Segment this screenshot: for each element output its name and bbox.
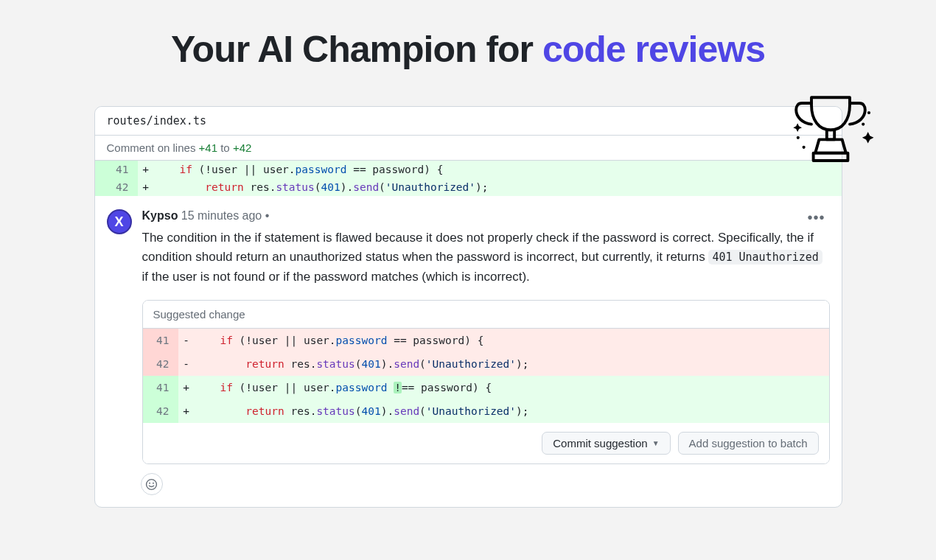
comment-text: The condition in the if statement is fla… [142,228,830,287]
smiley-icon [145,478,158,491]
trophy-icon [783,84,879,180]
add-reaction-button[interactable] [141,473,163,495]
comment-menu-button[interactable]: ••• [807,209,825,226]
chevron-down-icon: ▼ [652,439,660,447]
line-number: 41 [143,376,178,399]
code-content: return res.status(401).send('Unauthorize… [154,178,842,196]
file-path: routes/index.ts [95,107,842,136]
review-card: routes/index.ts Comment on lines +41 to … [94,106,842,508]
diff-line: 41+ if (!user || user.password == passwo… [95,161,842,178]
commit-suggestion-button[interactable]: Commit suggestion ▼ [542,432,670,455]
svg-point-4 [147,479,157,489]
hero-title: Your AI Champion for code reviews [0,0,936,71]
diff-context: 41+ if (!user || user.password == passwo… [95,161,842,196]
diff-sign: + [178,376,195,399]
line-number: 42 [95,178,138,196]
line-number: 41 [143,329,178,352]
hero-accent: code reviews [542,29,765,70]
suggest-header: Suggested change [143,301,829,329]
diff-sign: + [178,399,195,423]
line-number: 42 [143,352,178,376]
meta-dot: • [265,209,270,222]
comment-author[interactable]: Kypso [142,209,178,222]
svg-point-1 [803,146,806,149]
diff-line: 41- if (!user || user.password == passwo… [143,329,829,352]
avatar: X [107,209,132,234]
diff-sign: - [178,329,195,352]
diff-sign: + [138,178,154,196]
diff-line: 42+ return res.status(401).send('Unautho… [143,399,829,423]
inline-code: 401 Unauthorized [708,250,823,265]
code-content: if (!user || user.password == password) … [154,161,842,178]
line-number: 41 [95,161,138,178]
add-to-batch-button[interactable]: Add suggestion to batch [678,432,819,455]
svg-point-2 [862,123,865,126]
reaction-row [95,464,842,507]
comment-meta: Kypso 15 minutes ago • [142,209,830,223]
hero-prefix: Your AI Champion for [171,29,542,70]
svg-point-6 [153,482,154,483]
code-content: return res.status(401).send('Unauthorize… [195,399,829,423]
svg-point-3 [867,111,870,114]
line-number: 42 [143,399,178,423]
diff-sign: - [178,352,195,376]
suggested-change: Suggested change 41- if (!user || user.p… [142,300,830,464]
comment-time: 15 minutes ago [181,209,262,222]
suggest-diff: 41- if (!user || user.password == passwo… [143,329,829,423]
diff-line: 41+ if (!user || user.password !== passw… [143,376,829,399]
diff-line: 42- return res.status(401).send('Unautho… [143,352,829,376]
code-content: if (!user || user.password == password) … [195,329,829,352]
svg-point-0 [797,136,800,139]
diff-line: 42+ return res.status(401).send('Unautho… [95,178,842,196]
svg-point-5 [149,482,150,483]
code-content: if (!user || user.password !== password)… [195,376,829,399]
code-content: return res.status(401).send('Unauthorize… [195,352,829,376]
review-comment: X ••• Kypso 15 minutes ago • The conditi… [95,196,842,464]
comment-line-range: Comment on lines +41 to +42 [95,136,842,161]
diff-sign: + [138,161,154,178]
